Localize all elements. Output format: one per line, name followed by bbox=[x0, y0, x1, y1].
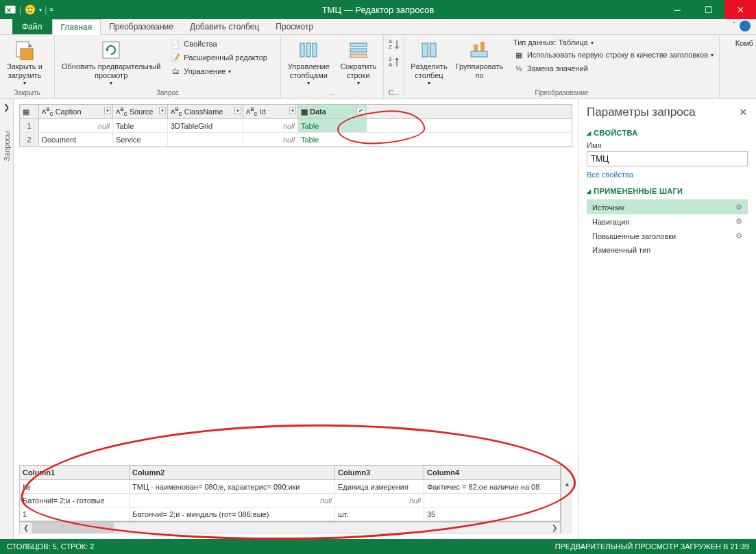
preview-grid[interactable]: ▦ ABCCaption▾ ABCSource▾ ABCClassName▾ A… bbox=[19, 104, 572, 147]
col-dropdown-icon[interactable]: ▾ bbox=[159, 107, 166, 114]
row-header-corner[interactable]: ▦ bbox=[20, 105, 39, 118]
cell[interactable]: null bbox=[39, 119, 113, 132]
cell[interactable]: 1 bbox=[20, 507, 130, 520]
cell[interactable]: null bbox=[335, 494, 424, 507]
collapse-ribbon-icon[interactable]: ˆ bbox=[733, 21, 735, 31]
row-number[interactable]: 1 bbox=[20, 119, 39, 132]
cell-table-link[interactable]: Table bbox=[298, 119, 367, 132]
cell[interactable]: Единица измерения bbox=[335, 480, 424, 493]
combine-button[interactable]: Комб bbox=[724, 38, 756, 49]
window-title: ТМЦ — Редактор запросов bbox=[322, 5, 435, 15]
collapse-icon[interactable]: ◢ bbox=[587, 188, 591, 194]
svg-rect-7 bbox=[103, 42, 119, 58]
svg-text:A: A bbox=[389, 62, 393, 68]
queries-rail[interactable]: ❯ Запросы bbox=[0, 99, 14, 539]
cell-table-link[interactable]: Table bbox=[298, 133, 367, 146]
sort-asc-button[interactable]: AZ bbox=[387, 38, 401, 51]
cell[interactable] bbox=[424, 494, 560, 507]
group-by-button[interactable]: Группировать по bbox=[455, 38, 504, 81]
smiley-icon[interactable] bbox=[24, 3, 36, 16]
panel-close-icon[interactable]: ✕ bbox=[739, 106, 748, 118]
cell[interactable]: null bbox=[243, 119, 298, 132]
maximize-button[interactable]: ☐ bbox=[693, 0, 724, 19]
split-column-button[interactable]: Разделить столбец ▾ bbox=[409, 38, 450, 88]
step-source[interactable]: Источник⚙ bbox=[587, 200, 748, 214]
col2-1[interactable]: Column1 bbox=[20, 466, 130, 479]
properties-button[interactable]: 📄Свойства bbox=[169, 38, 269, 50]
all-properties-link[interactable]: Все свойства bbox=[587, 171, 748, 179]
scroll-left-icon[interactable]: ❮ bbox=[20, 524, 32, 531]
reduce-rows-button[interactable]: Сократить строки ▾ bbox=[338, 38, 379, 88]
col2-2[interactable]: Column2 bbox=[130, 466, 335, 479]
vertical-scrollbar[interactable]: ▴ bbox=[561, 465, 572, 533]
status-right: ПРЕДВАРИТЕЛЬНЫЙ ПРОСМОТР ЗАГРУЖЕН В 21:3… bbox=[555, 542, 749, 551]
col-source[interactable]: ABCSource▾ bbox=[113, 105, 168, 118]
qat-overflow-icon[interactable]: ≡ bbox=[49, 6, 53, 13]
cell[interactable]: 3DTableGrid bbox=[168, 119, 243, 132]
sort-desc-button[interactable]: ZA bbox=[387, 55, 401, 69]
col-dropdown-icon[interactable]: ▾ bbox=[289, 107, 296, 114]
col-data[interactable]: ▦Data⤢ bbox=[298, 105, 367, 118]
manage-columns-button[interactable]: Управление столбцами ▾ bbox=[285, 38, 332, 88]
step-navigation[interactable]: Навигация⚙ bbox=[587, 214, 748, 229]
cell[interactable]: Document bbox=[39, 133, 113, 146]
step-promoted-headers[interactable]: Повышенные заголовки⚙ bbox=[587, 229, 748, 243]
refresh-preview-button[interactable]: Обновить предварительный просмотр ▾ bbox=[59, 38, 163, 88]
cell[interactable]: шт. bbox=[335, 507, 424, 520]
cell[interactable]: 35 bbox=[424, 507, 560, 520]
datatype-button[interactable]: Тип данных: Таблица ▾ bbox=[512, 38, 715, 47]
row-number[interactable]: 2 bbox=[20, 133, 39, 146]
cell[interactable] bbox=[168, 133, 243, 146]
scroll-thumb[interactable] bbox=[32, 522, 114, 533]
scroll-right-icon[interactable]: ❯ bbox=[548, 524, 560, 531]
scroll-up-icon[interactable]: ▴ bbox=[565, 480, 569, 488]
manage-button[interactable]: 🗂Управление ▾ bbox=[169, 65, 269, 77]
col-dropdown-icon[interactable]: ▾ bbox=[234, 107, 241, 114]
col-expand-icon[interactable]: ⤢ bbox=[356, 107, 365, 114]
replace-values-button[interactable]: ½Замена значений bbox=[512, 62, 715, 75]
collapse-icon[interactable]: ◢ bbox=[587, 130, 591, 136]
col-caption[interactable]: ABCCaption▾ bbox=[39, 105, 113, 118]
gear-icon[interactable]: ⚙ bbox=[735, 231, 742, 240]
step-changed-type[interactable]: Измененный тип bbox=[587, 243, 748, 257]
combine-label: Комб bbox=[735, 39, 753, 48]
minimize-button[interactable]: ─ bbox=[661, 0, 693, 19]
gear-icon[interactable]: ⚙ bbox=[735, 217, 742, 226]
query-name-input[interactable] bbox=[587, 151, 748, 166]
col-classname[interactable]: ABCClassName▾ bbox=[168, 105, 243, 118]
cell[interactable]: null bbox=[130, 494, 335, 507]
cell[interactable]: null bbox=[243, 133, 298, 146]
qat-divider: | bbox=[45, 5, 47, 14]
cell[interactable]: Service bbox=[113, 133, 168, 146]
first-row-headers-button[interactable]: ▦Использовать первую строку в качестве з… bbox=[512, 49, 715, 61]
cell[interactable]: Table bbox=[113, 119, 168, 132]
col-id-label: Id bbox=[260, 108, 266, 116]
close-button[interactable]: ✕ bbox=[724, 0, 756, 19]
file-tab[interactable]: Файл bbox=[12, 18, 52, 34]
col2-4[interactable]: Column4 bbox=[424, 466, 560, 479]
advanced-editor-button[interactable]: 📝Расширенный редактор bbox=[169, 51, 269, 64]
expand-rail-icon[interactable]: ❯ bbox=[3, 103, 10, 112]
svg-rect-11 bbox=[350, 43, 367, 47]
svg-rect-8 bbox=[300, 43, 304, 57]
cell[interactable]: ТМЦ - наименован= 080;е, характерис= 090… bbox=[130, 480, 335, 493]
tab-home[interactable]: Главная bbox=[52, 19, 101, 35]
help-icon[interactable]: ? bbox=[740, 21, 751, 32]
qat-dropdown-icon[interactable]: ▾ bbox=[39, 7, 42, 13]
cell[interactable]: Фактичес = 82;ое наличие на 08 bbox=[424, 480, 560, 493]
detail-grid[interactable]: Column1 Column2 Column3 Column4 № ТМЦ - … bbox=[19, 465, 561, 522]
cell[interactable]: Батончиl= 2;и - миндаль (гот= 086;вые) bbox=[130, 507, 335, 520]
cell[interactable]: Батончиl= 2;и - готовые bbox=[20, 494, 130, 507]
horizontal-scrollbar[interactable]: ❮ ❯ bbox=[19, 522, 561, 533]
table-type-icon: ▦ bbox=[301, 108, 308, 116]
col-id[interactable]: ABCId▾ bbox=[243, 105, 298, 118]
svg-rect-10 bbox=[313, 43, 317, 57]
cell[interactable]: № bbox=[20, 480, 130, 493]
gear-icon[interactable]: ⚙ bbox=[735, 203, 742, 212]
close-and-load-button[interactable]: Закрыть и загрузить ▾ bbox=[4, 38, 45, 88]
tab-transform[interactable]: Преобразование bbox=[101, 18, 182, 34]
col-dropdown-icon[interactable]: ▾ bbox=[104, 107, 111, 114]
tab-view[interactable]: Просмотр bbox=[267, 18, 321, 34]
col2-3[interactable]: Column3 bbox=[335, 466, 424, 479]
tab-add-column[interactable]: Добавить столбец bbox=[182, 18, 267, 34]
